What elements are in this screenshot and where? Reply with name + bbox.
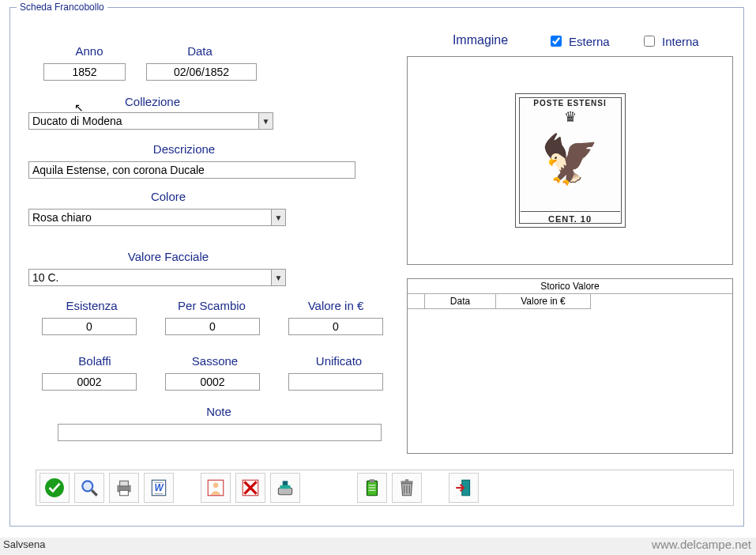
history-col-blank <box>408 294 425 309</box>
label-bolaffi: Bolaffi <box>59 354 130 368</box>
label-valore-eur: Valore in € <box>288 299 383 312</box>
label-note: Note <box>187 405 250 418</box>
svg-text:W: W <box>154 482 164 493</box>
colore-value: Rosa chiaro <box>29 211 271 224</box>
anno-input[interactable] <box>43 63 126 81</box>
label-immagine: Immagine <box>437 33 524 47</box>
per-scambio-input[interactable] <box>165 318 260 335</box>
svg-point-11 <box>213 483 219 489</box>
stamp-card-frame: Scheda Francobollo Anno Data Collezione … <box>9 2 744 527</box>
person-photo-icon <box>205 478 226 498</box>
label-colore: Colore <box>137 190 200 203</box>
status-bar-text: Salvsena <box>3 538 45 550</box>
chevron-down-icon[interactable]: ▼ <box>258 113 273 129</box>
esterna-label: Esterna <box>569 35 610 48</box>
label-unificato: Unificato <box>299 354 378 368</box>
unificato-input[interactable] <box>288 373 383 391</box>
colore-select[interactable]: Rosa chiaro ▼ <box>28 209 286 226</box>
scanner-button[interactable] <box>270 473 300 503</box>
trash-icon <box>397 478 417 498</box>
printer-icon <box>114 478 134 498</box>
person-image-button[interactable] <box>201 473 231 503</box>
bottom-toolbar: W <box>36 470 734 506</box>
word-export-button[interactable]: W <box>144 473 174 503</box>
svg-rect-19 <box>370 479 375 482</box>
print-button[interactable] <box>109 473 139 503</box>
label-esistenza: Esistenza <box>48 299 135 312</box>
label-data: Data <box>168 44 231 58</box>
stamp-bottom-text: CENT. 10 <box>521 211 620 224</box>
label-anno: Anno <box>58 44 121 58</box>
stamp-image-area: POSTE ESTENSI ♛ 🦅 CENT. 10 <box>407 56 733 265</box>
watermark-text: www.delcampe.net <box>652 538 751 551</box>
valore-facciale-select[interactable]: 10 C. ▼ <box>28 269 286 286</box>
history-title: Storico Valore <box>408 279 732 294</box>
interna-checkbox-input[interactable] <box>644 36 655 47</box>
label-descrizione: Descrizione <box>137 142 231 156</box>
history-header-row: Data Valore in € <box>408 294 732 309</box>
exit-door-icon <box>453 478 474 498</box>
label-valore-facciale: Valore Facciale <box>97 250 239 263</box>
collezione-value: Ducato di Modena <box>29 115 258 127</box>
stamp-image: POSTE ESTENSI ♛ 🦅 CENT. 10 <box>515 93 626 228</box>
svg-rect-24 <box>405 479 408 481</box>
chevron-down-icon[interactable]: ▼ <box>271 210 285 225</box>
word-doc-icon: W <box>149 478 169 498</box>
clipboard-button[interactable] <box>357 473 387 503</box>
svg-rect-17 <box>280 485 291 489</box>
search-button[interactable] <box>74 473 104 503</box>
clipboard-icon <box>362 478 382 498</box>
eagle-icon: 🦅 <box>540 136 600 183</box>
valore-facciale-value: 10 C. <box>29 271 271 284</box>
ok-icon <box>44 478 65 498</box>
interna-label: Interna <box>662 35 699 48</box>
collezione-select[interactable]: Ducato di Modena ▼ <box>28 112 273 130</box>
data-input[interactable] <box>146 63 257 81</box>
descrizione-input[interactable] <box>28 161 355 179</box>
svg-rect-15 <box>278 488 291 495</box>
trash-button[interactable] <box>392 473 422 503</box>
label-sassone: Sassone <box>179 354 250 368</box>
valore-eur-input[interactable] <box>288 318 383 335</box>
svg-rect-5 <box>120 490 129 496</box>
sassone-input[interactable] <box>165 373 260 391</box>
history-col-valore: Valore in € <box>496 294 591 309</box>
svg-line-2 <box>92 490 97 496</box>
bolaffi-input[interactable] <box>42 373 137 391</box>
esistenza-input[interactable] <box>42 318 137 335</box>
delete-image-button[interactable] <box>235 473 265 503</box>
chevron-down-icon[interactable]: ▼ <box>271 270 285 285</box>
history-col-data: Data <box>425 294 496 309</box>
label-collezione: Collezione <box>105 95 200 108</box>
frame-legend: Scheda Francobollo <box>17 2 107 13</box>
magnifier-icon <box>79 478 100 498</box>
stamp-top-text: POSTE ESTENSI <box>533 99 606 108</box>
svg-point-1 <box>82 481 92 491</box>
delete-image-icon <box>240 478 261 498</box>
note-input[interactable] <box>58 424 382 441</box>
label-per-scambio: Per Scambio <box>160 299 263 312</box>
crown-icon: ♛ <box>516 108 625 126</box>
exit-button[interactable] <box>449 473 479 503</box>
esterna-checkbox-input[interactable] <box>551 36 562 47</box>
value-history-grid[interactable]: Storico Valore Data Valore in € <box>407 278 733 454</box>
ok-button[interactable] <box>39 473 70 503</box>
interna-checkbox[interactable]: Interna <box>641 33 699 49</box>
esterna-checkbox[interactable]: Esterna <box>547 33 610 49</box>
svg-rect-4 <box>120 481 129 486</box>
scanner-icon <box>275 478 295 498</box>
